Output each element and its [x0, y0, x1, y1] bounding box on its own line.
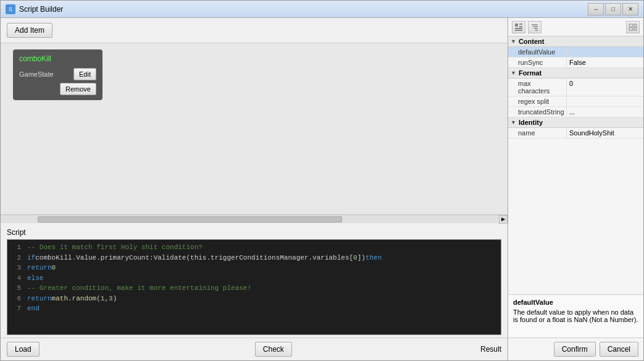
categorized-view-icon[interactable] [512, 21, 525, 33]
desc-title: defaultValue [513, 299, 638, 306]
edit-button[interactable]: Edit [73, 68, 96, 80]
svg-rect-12 [634, 28, 637, 30]
prop-row-truncatedstring[interactable]: truncatedString ... [508, 107, 643, 117]
svg-rect-3 [515, 28, 522, 29]
window-title: Script Builder [19, 5, 582, 14]
node-row: GameState Edit [19, 68, 96, 80]
script-area: Script 1 -- Does it match first Holy shi… [1, 223, 508, 338]
add-item-button[interactable]: Add Item [7, 23, 52, 38]
titlebar: S Script Builder – □ ✕ [1, 1, 643, 18]
svg-rect-11 [629, 28, 633, 30]
remove-button[interactable]: Remove [60, 83, 96, 95]
code-line-4: 4 else [10, 273, 498, 284]
main-window: S Script Builder – □ ✕ Add Item comboKil… [0, 0, 644, 361]
node-title: comboKill [19, 54, 96, 63]
prop-row-regexsplit[interactable]: regex split [508, 96, 643, 107]
svg-rect-9 [629, 24, 633, 27]
maximize-button[interactable]: □ [605, 3, 621, 15]
section-format[interactable]: ▼ Format [508, 68, 643, 79]
code-line-2: 2 if comboKill.Value.primaryCount:Valida… [10, 253, 498, 263]
node-card: comboKill GameState Edit Remove [13, 49, 102, 100]
svg-rect-2 [519, 26, 522, 27]
result-label: Result [298, 345, 501, 354]
toolbar: Add Item [1, 18, 508, 43]
code-line-5: 5 -- Greater condition, make it more ent… [10, 283, 498, 294]
scroll-right-btn[interactable]: ▶ [499, 215, 508, 224]
cancel-button[interactable]: Cancel [600, 342, 638, 357]
properties-icon[interactable] [626, 21, 640, 33]
bottom-bar: Load Check Result [1, 338, 508, 360]
prop-row-name[interactable]: name SoundHolyShit [508, 128, 643, 138]
code-line-7: 7 end [10, 304, 498, 314]
property-grid[interactable]: ▼ Content defaultValue runSync False ▼ F… [508, 36, 643, 294]
svg-rect-10 [634, 24, 637, 27]
section-identity[interactable]: ▼ Identity [508, 117, 643, 128]
prop-row-defaultvalue[interactable]: defaultValue [508, 47, 643, 57]
node-label: GameState [19, 70, 70, 78]
svg-rect-1 [519, 23, 522, 25]
action-bar: Confirm Cancel [508, 338, 643, 360]
desc-text: The default value to apply when no data … [513, 308, 638, 323]
section-content[interactable]: ▼ Content [508, 36, 643, 47]
prop-row-maxchars[interactable]: max characters 0 [508, 79, 643, 96]
code-line-3: 3 return 0 [10, 263, 498, 273]
property-toolbar [508, 18, 643, 36]
prop-row-runsync[interactable]: runSync False [508, 57, 643, 68]
app-icon: S [6, 4, 15, 14]
sort-icon[interactable] [528, 21, 542, 33]
code-editor[interactable]: 1 -- Does it match first Holy shit condi… [7, 239, 501, 335]
titlebar-controls: – □ ✕ [588, 3, 638, 15]
canvas-area[interactable]: comboKill GameState Edit Remove [1, 43, 508, 214]
code-line-1: 1 -- Does it match first Holy shit condi… [10, 242, 498, 253]
load-button[interactable]: Load [7, 342, 40, 357]
horizontal-scrollbar[interactable]: ▶ [1, 214, 508, 223]
left-panel: Add Item comboKill GameState Edit Remove [1, 18, 508, 360]
scrollbar-thumb[interactable] [38, 216, 342, 223]
close-button[interactable]: ✕ [622, 3, 638, 15]
check-button[interactable]: Check [255, 342, 292, 357]
main-content: Add Item comboKill GameState Edit Remove [1, 18, 643, 360]
right-panel: ▼ Content defaultValue runSync False ▼ F… [508, 18, 643, 360]
canvas-scrollable: comboKill GameState Edit Remove [1, 43, 508, 198]
script-label: Script [7, 228, 501, 237]
property-description: defaultValue The default value to apply … [508, 294, 643, 338]
svg-rect-4 [515, 30, 522, 31]
minimize-button[interactable]: – [588, 3, 604, 15]
confirm-button[interactable]: Confirm [554, 342, 596, 357]
code-line-6: 6 return math.random ( 1 , 3 ) [10, 294, 498, 304]
svg-rect-0 [515, 23, 518, 27]
